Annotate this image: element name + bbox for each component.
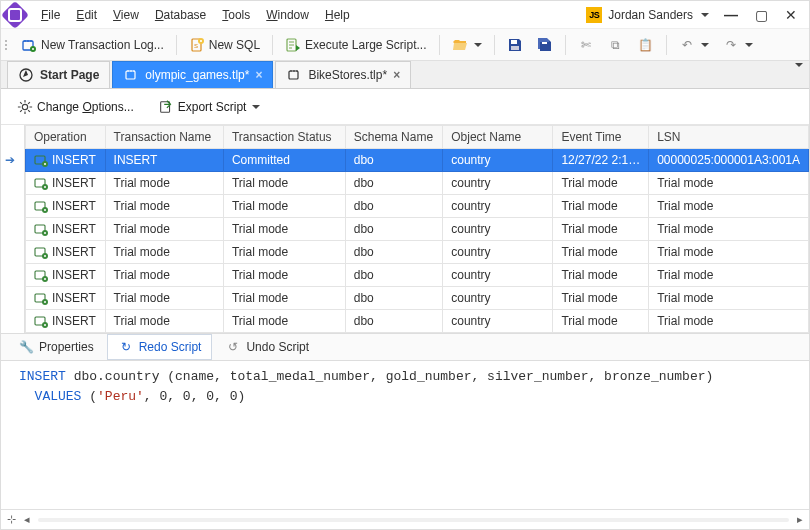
paste-icon: 📋 <box>638 37 654 53</box>
save-all-button[interactable] <box>531 34 559 56</box>
column-header[interactable]: LSN <box>649 126 809 149</box>
redo-icon: ↻ <box>118 339 134 355</box>
undo-button[interactable]: ↶ <box>673 34 715 56</box>
button-label: Export Script <box>178 100 247 114</box>
column-header[interactable]: Operation <box>25 126 105 149</box>
table-row[interactable]: INSERTTrial modeTrial modedbocountryTria… <box>25 287 808 310</box>
tab-properties[interactable]: 🔧 Properties <box>7 334 105 360</box>
gear-icon <box>17 99 33 115</box>
table-row[interactable]: INSERTTrial modeTrial modedbocountryTria… <box>25 218 808 241</box>
menu-view[interactable]: View <box>105 4 147 26</box>
detail-tab-bar: 🔧 Properties ↻ Redo Script ↺ Undo Script <box>1 333 809 361</box>
transaction-table[interactable]: OperationTransaction NameTransaction Sta… <box>25 125 809 333</box>
document-tab[interactable]: BikeStores.tlp*× <box>275 61 411 88</box>
cell-value: country <box>443 149 553 172</box>
sql-script-viewer[interactable]: INSERT dbo.country (cname, total_medal_n… <box>1 361 809 509</box>
column-header[interactable]: Event Time <box>553 126 649 149</box>
menu-database[interactable]: Database <box>147 4 214 26</box>
tab-redo-script[interactable]: ↻ Redo Script <box>107 334 213 360</box>
menu-window[interactable]: Window <box>258 4 317 26</box>
svg-point-12 <box>22 104 27 109</box>
paste-button[interactable]: 📋 <box>632 34 660 56</box>
cell-value: INSERT <box>52 199 96 213</box>
menu-tools[interactable]: Tools <box>214 4 258 26</box>
export-icon <box>158 99 174 115</box>
column-header[interactable]: Transaction Name <box>105 126 223 149</box>
copy-icon: ⧉ <box>608 37 624 53</box>
sql-string-literal: 'Peru' <box>97 389 144 404</box>
column-header[interactable]: Transaction Status <box>223 126 345 149</box>
save-icon <box>507 37 523 53</box>
new-sql-button[interactable]: S New SQL <box>183 34 266 56</box>
undo-icon: ↶ <box>679 37 695 53</box>
column-header[interactable]: Object Name <box>443 126 553 149</box>
copy-button[interactable]: ⧉ <box>602 34 630 56</box>
execute-large-script-button[interactable]: Execute Large Script... <box>279 34 432 56</box>
change-options-button[interactable]: Change Options... <box>11 96 140 118</box>
wrench-icon: 🔧 <box>18 339 34 355</box>
cell-value: INSERT <box>52 314 96 328</box>
insert-icon <box>34 153 48 167</box>
cell-value: Trial mode <box>105 310 223 333</box>
table-row[interactable]: INSERTINSERTCommitteddbocountry12/27/22 … <box>25 149 808 172</box>
column-header[interactable]: Schema Name <box>345 126 443 149</box>
insert-icon <box>34 268 48 282</box>
chevron-down-icon <box>701 13 709 17</box>
tabs-overflow-button[interactable] <box>793 67 803 81</box>
new-transaction-log-button[interactable]: New Transaction Log... <box>15 34 170 56</box>
cell-value: Trial mode <box>223 241 345 264</box>
window-maximize-button[interactable]: ▢ <box>747 7 775 23</box>
tab-label: Properties <box>39 340 94 354</box>
window-minimize-button[interactable]: — <box>717 7 745 23</box>
cut-button[interactable]: ✄ <box>572 34 600 56</box>
cell-value: Trial mode <box>649 287 809 310</box>
sql-text: dbo.country (cname, total_medal_number, … <box>74 369 714 384</box>
close-icon[interactable]: × <box>255 68 262 82</box>
table-row[interactable]: INSERTTrial modeTrial modedbocountryTria… <box>25 172 808 195</box>
redo-button[interactable]: ↷ <box>717 34 759 56</box>
cell-value: country <box>443 218 553 241</box>
split-view-icon[interactable]: ⊹ <box>7 513 16 526</box>
cell-value: Trial mode <box>553 264 649 287</box>
cell-value: Trial mode <box>553 310 649 333</box>
status-bar: ⊹ ◂ ▸ <box>1 509 809 529</box>
cell-value: INSERT <box>52 291 96 305</box>
close-icon[interactable]: × <box>393 68 400 82</box>
svg-rect-7 <box>511 46 519 50</box>
cell-value: country <box>443 172 553 195</box>
chevron-down-icon <box>252 105 260 109</box>
cell-value: dbo <box>345 195 443 218</box>
toolbar-separator <box>666 35 667 55</box>
cell-value: Trial mode <box>553 241 649 264</box>
cell-value: Trial mode <box>105 241 223 264</box>
scroll-right-icon[interactable]: ▸ <box>797 513 803 526</box>
window-close-button[interactable]: ✕ <box>777 7 805 23</box>
document-tab[interactable]: olympic_games.tlp*× <box>112 61 273 88</box>
table-row[interactable]: INSERTTrial modeTrial modedbocountryTria… <box>25 310 808 333</box>
document-tab-bar: Start Pageolympic_games.tlp*×BikeStores.… <box>1 61 809 89</box>
insert-icon <box>34 245 48 259</box>
user-account-menu[interactable]: JS Jordan Sanders <box>580 7 715 23</box>
cell-value: Trial mode <box>553 172 649 195</box>
cell-value: country <box>443 195 553 218</box>
menu-file[interactable]: File <box>33 4 68 26</box>
menu-help[interactable]: Help <box>317 4 358 26</box>
table-row[interactable]: INSERTTrial modeTrial modedbocountryTria… <box>25 241 808 264</box>
cell-value: Trial mode <box>649 264 809 287</box>
app-logo-icon <box>1 0 29 28</box>
open-button[interactable] <box>446 34 488 56</box>
menu-edit[interactable]: Edit <box>68 4 105 26</box>
tab-undo-script[interactable]: ↺ Undo Script <box>214 334 320 360</box>
horizontal-scrollbar[interactable] <box>38 514 789 526</box>
table-row[interactable]: INSERTTrial modeTrial modedbocountryTria… <box>25 264 808 287</box>
export-script-button[interactable]: Export Script <box>152 96 267 118</box>
transaction-icon <box>286 67 302 83</box>
scroll-left-icon[interactable]: ◂ <box>24 513 30 526</box>
undo-icon: ↺ <box>225 339 241 355</box>
cell-value: INSERT <box>52 245 96 259</box>
table-row[interactable]: INSERTTrial modeTrial modedbocountryTria… <box>25 195 808 218</box>
document-tab[interactable]: Start Page <box>7 61 110 88</box>
cell-value: dbo <box>345 241 443 264</box>
toolbar-separator <box>565 35 566 55</box>
save-button[interactable] <box>501 34 529 56</box>
